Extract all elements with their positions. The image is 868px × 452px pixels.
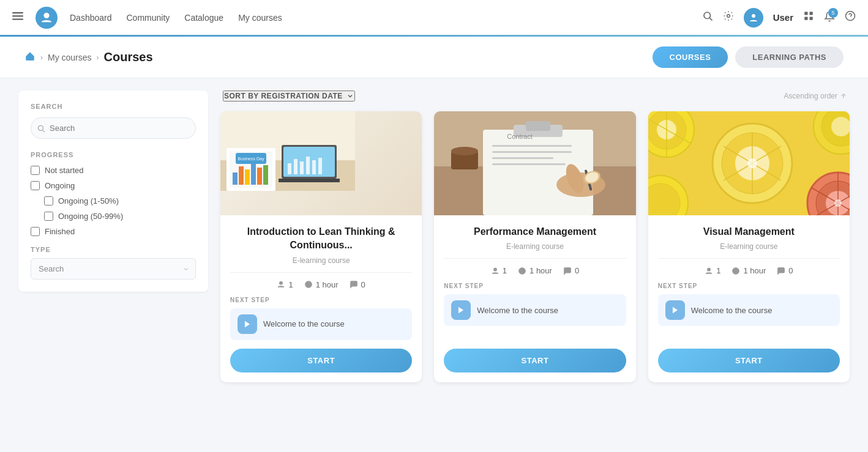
navbar: Dashboard Community Catalogue My courses… (0, 0, 868, 35)
progress-ongoing-1-50[interactable]: Ongoing (1-50%) (44, 196, 196, 206)
course-divider-1 (230, 272, 412, 273)
nav-catalogue[interactable]: Catalogue (184, 13, 223, 23)
svg-rect-47 (526, 121, 550, 131)
checkbox-ongoing-50-99[interactable] (44, 212, 53, 221)
svg-rect-9 (810, 12, 813, 15)
course-comments-count-2: 0 (575, 266, 579, 275)
svg-marker-63 (458, 307, 463, 314)
svg-text:Business Day: Business Day (238, 157, 264, 161)
svg-point-71 (747, 158, 757, 168)
course-users-count-2: 1 (503, 266, 507, 275)
home-icon[interactable] (24, 51, 36, 64)
svg-rect-23 (251, 163, 256, 185)
next-step-box-3[interactable]: Welcome to the course (658, 294, 840, 326)
svg-rect-51 (492, 163, 566, 165)
breadcrumb-current: Courses (104, 50, 153, 64)
breadcrumb-sep-2: › (97, 53, 99, 62)
type-select[interactable]: Search (31, 258, 196, 280)
svg-rect-24 (257, 168, 262, 185)
start-button-3[interactable]: START (658, 349, 840, 372)
course-card-3: Visual Management E-learning course 1 1 … (648, 111, 850, 382)
course-meta-2: 1 1 hour 0 (444, 266, 626, 275)
svg-rect-36 (318, 158, 322, 174)
menu-hamburger-icon[interactable] (12, 10, 23, 24)
search-sidebar-icon (37, 124, 45, 133)
checkbox-finished[interactable] (31, 227, 40, 236)
checkbox-ongoing[interactable] (31, 181, 40, 190)
progress-ongoing[interactable]: Ongoing (31, 181, 196, 190)
course-image-1: Business Day (220, 111, 422, 215)
svg-rect-49 (492, 151, 572, 153)
progress-section-label: PROGRESS (31, 151, 196, 158)
sort-label: SORT BY REGISTRATION DATE (224, 92, 343, 100)
ongoing-1-50-label: Ongoing (1-50%) (58, 196, 119, 206)
progress-finished[interactable]: Finished (31, 227, 196, 236)
course-type-2: E-learning course (444, 242, 626, 251)
app-logo[interactable] (36, 7, 58, 29)
chevron-sort-icon (346, 92, 354, 100)
next-step-box-2[interactable]: Welcome to the course (444, 294, 626, 326)
svg-line-15 (43, 130, 45, 132)
svg-point-3 (43, 12, 49, 18)
course-users-count-1: 1 (288, 280, 293, 289)
course-image-2: Contract (434, 111, 635, 215)
grid-icon[interactable] (803, 10, 814, 24)
not-started-label: Not started (45, 166, 84, 175)
course-users-3: 1 (705, 266, 720, 275)
next-step-label-2: NEXT STEP (444, 283, 626, 289)
search-input[interactable] (31, 117, 196, 139)
svg-point-40 (280, 282, 283, 285)
checkbox-not-started[interactable] (31, 166, 40, 175)
nav-links: Dashboard Community Catalogue My courses (70, 13, 282, 23)
learning-paths-tab-button[interactable]: LEARNING PATHS (735, 46, 844, 68)
breadcrumb-my-courses[interactable]: My courses (48, 53, 92, 62)
svg-text:Contract: Contract (507, 133, 533, 140)
next-step-label-3: NEXT STEP (658, 283, 840, 289)
start-button-2[interactable]: START (444, 349, 626, 372)
course-users-count-3: 1 (716, 266, 720, 275)
course-title-1: Introduction to Lean Thinking & Continuo… (230, 225, 412, 253)
nav-my-courses[interactable]: My courses (238, 13, 282, 23)
nav-dashboard[interactable]: Dashboard (70, 13, 112, 23)
svg-rect-0 (12, 12, 23, 13)
course-duration-2: 1 hour (518, 266, 552, 275)
main-content: SEARCH PROGRESS Not started Ongoing Ongo… (0, 78, 868, 452)
svg-line-5 (709, 18, 712, 20)
progress-ongoing-50-99[interactable]: Ongoing (50-99%) (44, 212, 196, 221)
play-icon-3 (665, 300, 685, 320)
course-meta-3: 1 1 hour 0 (658, 266, 840, 275)
nav-community[interactable]: Community (127, 13, 170, 23)
next-step-box-1[interactable]: Welcome to the course (230, 308, 412, 340)
play-icon-1 (238, 314, 257, 334)
notifications-bell[interactable]: 5 (824, 11, 835, 24)
svg-rect-10 (804, 17, 807, 20)
breadcrumb-bar: › My courses › Courses COURSES LEARNING … (0, 37, 868, 78)
start-button-1[interactable]: START (230, 349, 412, 372)
search-icon[interactable] (702, 10, 713, 24)
course-comments-count-3: 0 (788, 266, 793, 275)
courses-tab-button[interactable]: COURSES (653, 46, 728, 68)
sort-button[interactable]: SORT BY REGISTRATION DATE (223, 91, 355, 102)
course-comments-3: 0 (777, 266, 793, 275)
ongoing-label: Ongoing (45, 181, 75, 190)
progress-not-started[interactable]: Not started (31, 166, 196, 175)
course-users-1: 1 (277, 280, 293, 289)
svg-rect-20 (233, 172, 238, 185)
checkbox-ongoing-1-50[interactable] (44, 196, 53, 206)
help-icon[interactable] (845, 10, 856, 24)
finished-label: Finished (45, 227, 75, 236)
svg-rect-25 (263, 165, 268, 185)
breadcrumb: › My courses › Courses (24, 50, 153, 64)
svg-point-60 (451, 147, 478, 155)
svg-marker-42 (245, 321, 250, 328)
svg-point-88 (834, 199, 842, 207)
course-duration-text-2: 1 hour (529, 266, 552, 275)
type-search-wrap: Search (31, 258, 196, 280)
svg-rect-21 (239, 166, 244, 185)
course-type-1: E-learning course (230, 256, 412, 265)
course-users-2: 1 (491, 266, 507, 275)
courses-toolbar: SORT BY REGISTRATION DATE Ascending orde… (220, 91, 850, 102)
settings-icon[interactable] (723, 10, 734, 24)
avatar[interactable] (744, 8, 763, 28)
sidebar: SEARCH PROGRESS Not started Ongoing Ongo… (18, 91, 208, 445)
